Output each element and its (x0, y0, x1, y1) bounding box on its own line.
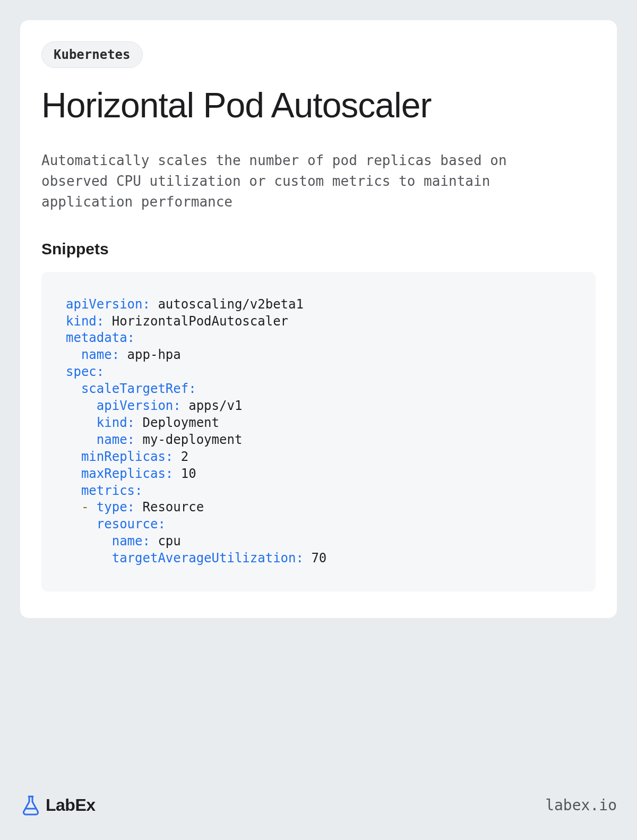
flask-icon (20, 794, 41, 816)
site-url: labex.io (545, 796, 617, 814)
category-tag: Kubernetes (41, 41, 143, 68)
brand-logo: LabEx (20, 794, 96, 816)
footer: LabEx labex.io (20, 794, 617, 816)
description-text: Automatically scales the number of pod r… (41, 150, 572, 212)
brand-name: LabEx (46, 795, 96, 815)
page-title: Horizontal Pod Autoscaler (41, 86, 596, 125)
content-card: Kubernetes Horizontal Pod Autoscaler Aut… (20, 20, 617, 618)
snippets-heading: Snippets (41, 240, 596, 258)
code-snippet: apiVersion: autoscaling/v2beta1 kind: Ho… (41, 272, 596, 592)
